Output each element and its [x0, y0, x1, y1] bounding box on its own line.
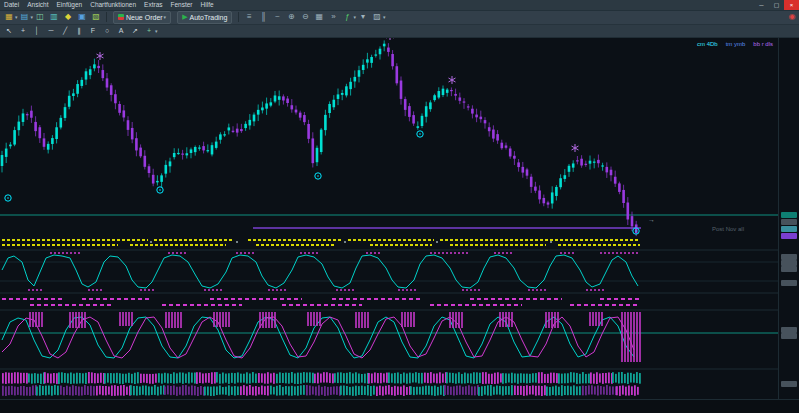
oscillator-pane-1 [2, 253, 640, 290]
navigator-icon[interactable]: ◆ [62, 11, 74, 23]
new-order-icon [118, 14, 124, 20]
grid-icon[interactable]: ▦ [313, 11, 325, 23]
toolbar-main: ▦▾▤▾◫▥◆▣▧Neue Order▾▶AutoTrading≡║~⊕⊖▦»ƒ… [0, 10, 799, 25]
chevron-down-icon: ▾ [383, 14, 386, 20]
trendline-icon[interactable]: ╱ [59, 26, 71, 36]
bars-chart-icon[interactable]: ≡ [243, 11, 255, 23]
templates-icon[interactable]: ▨ [371, 11, 383, 23]
indicator-labels: cm 4Dbtm ymbbb r dls [697, 41, 773, 47]
signal-rows [2, 240, 640, 245]
terminal-icon[interactable]: ▣ [76, 11, 88, 23]
profiles-icon[interactable]: ▤ [19, 11, 31, 23]
zoom-in-icon[interactable]: ⊕ [285, 11, 297, 23]
channel-icon[interactable]: ∥ [73, 26, 85, 36]
chevron-down-icon: ▾ [164, 14, 167, 20]
time-axis[interactable] [0, 399, 799, 413]
pane-separators [0, 250, 779, 369]
chevron-down-icon: ▾ [353, 14, 356, 20]
horizontal-line-icon[interactable]: ─ [45, 26, 57, 36]
autotrading-button[interactable]: ▶AutoTrading [177, 11, 232, 24]
vertical-line-icon[interactable]: │ [31, 26, 43, 36]
signal-pane-2 [2, 299, 640, 305]
strategy-tester-icon[interactable]: ▧ [90, 11, 102, 23]
menu-items: DateiAnsichtEinfügenChartfunktionenExtra… [0, 0, 218, 10]
chevron-down-icon: ▾ [15, 14, 18, 20]
cursor-icon[interactable]: ↖ [3, 26, 15, 36]
price-marker [781, 226, 797, 232]
menu-bar: DateiAnsichtEinfügenChartfunktionenExtra… [0, 0, 799, 11]
indicator-label-1: tm ymb [726, 41, 746, 47]
minimize-button[interactable]: ─ [754, 0, 769, 10]
periods-icon[interactable]: ▾ [357, 11, 369, 23]
objects-dropdown[interactable]: + [143, 26, 155, 36]
candles-layer [1, 40, 638, 236]
indicators-icon[interactable]: ƒ [341, 11, 353, 23]
new-order-label: Neue Order [126, 14, 163, 21]
histogram-pane-4 [2, 372, 641, 396]
chart-note-label: Post Nov all [712, 226, 744, 232]
menu-hilfe[interactable]: Hilfe [197, 0, 218, 10]
indicator-label-0: cm 4Db [697, 41, 718, 47]
price-marker [781, 266, 797, 272]
shapes-icon[interactable]: ○ [101, 26, 113, 36]
menu-einfugen[interactable]: Einfügen [53, 0, 87, 10]
indicator-label-2: bb r dls [753, 41, 773, 47]
toolbar-drawing: ↖+│─╱∥F○A↗+▾ [0, 25, 799, 38]
play-icon: ▶ [182, 13, 187, 21]
svg-text:→: → [648, 216, 655, 223]
zoom-out-icon[interactable]: ⊖ [299, 11, 311, 23]
price-scale[interactable] [778, 38, 799, 399]
chart-canvas[interactable]: → cm 4Dbtm ymbbb r dls Post Nov all [0, 38, 799, 399]
crosshair-icon[interactable]: + [17, 26, 29, 36]
new-chart-icon[interactable]: ▦ [3, 11, 15, 23]
fibonacci-icon[interactable]: F [87, 26, 99, 36]
close-button[interactable]: × [784, 0, 799, 10]
toolbar-divider [238, 12, 239, 22]
restore-button[interactable]: ▢ [769, 0, 784, 10]
signal-markers: → [5, 38, 655, 234]
new-order-button[interactable]: Neue Order▾ [113, 11, 171, 24]
autoscroll-icon[interactable]: » [327, 11, 339, 23]
price-marker [781, 280, 797, 286]
menu-chartfunktionen[interactable]: Chartfunktionen [86, 0, 140, 10]
toolbar-divider [106, 12, 107, 22]
arrow-tool-icon[interactable]: ↗ [129, 26, 141, 36]
price-marker [781, 381, 797, 387]
oscillator-pane-3 [0, 312, 779, 362]
line-chart-icon[interactable]: ~ [271, 11, 283, 23]
chevron-down-icon: ▾ [31, 14, 34, 20]
horizontal-lines [0, 215, 779, 228]
candlestick-chart-icon[interactable]: ║ [257, 11, 269, 23]
menu-ansicht[interactable]: Ansicht [23, 0, 52, 10]
price-marker [781, 212, 797, 218]
menu-datei[interactable]: Datei [0, 0, 23, 10]
community-icon[interactable]: ◉ [786, 11, 798, 23]
price-marker [781, 333, 797, 339]
window-controls: ─▢× [754, 0, 799, 10]
data-window-icon[interactable]: ▥ [48, 11, 60, 23]
chevron-down-icon: ▾ [155, 28, 158, 34]
price-marker [781, 233, 797, 239]
menu-fenster[interactable]: Fenster [167, 0, 197, 10]
text-icon[interactable]: A [115, 26, 127, 36]
price-marker [781, 219, 797, 225]
menu-extras[interactable]: Extras [140, 0, 166, 10]
autotrading-label: AutoTrading [190, 14, 228, 21]
market-watch-icon[interactable]: ◫ [34, 11, 46, 23]
